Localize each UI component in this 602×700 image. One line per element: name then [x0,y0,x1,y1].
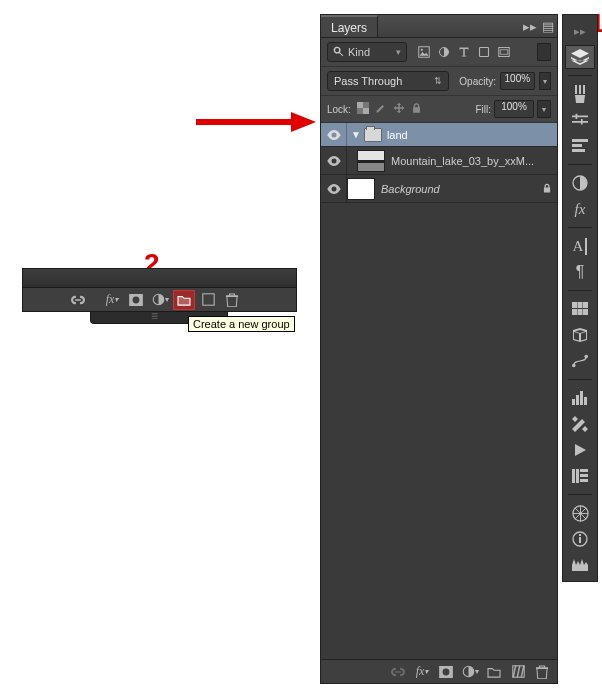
filter-kind-select[interactable]: Kind ▾ [327,42,407,62]
new-layer-icon[interactable] [197,290,219,310]
chevron-updown-icon: ⇅ [434,76,442,86]
adjustment-layer-icon[interactable]: ▾ [459,662,481,682]
layer-thumbnail[interactable] [347,178,375,200]
layer-fx-icon[interactable]: fx▾ [101,290,123,310]
paragraph-panel-icon[interactable]: ¶ [565,260,595,284]
layers-panel-header: Layers ▸▸ ▤ [321,15,557,38]
folder-icon [364,128,382,142]
svg-rect-34 [580,474,588,477]
brushes-panel-icon[interactable] [565,82,595,106]
adjustment-layer-icon[interactable]: ▾ [149,290,171,310]
svg-rect-17 [572,149,585,152]
blend-mode-row: Pass Through ⇅ Opacity: 100% ▾ [321,67,557,96]
svg-rect-7 [500,50,508,55]
svg-rect-16 [572,144,582,147]
opacity-label: Opacity: [459,76,496,87]
chevron-down-icon: ▾ [396,47,401,57]
delete-layer-icon[interactable] [221,290,243,310]
svg-point-3 [421,49,423,51]
delete-layer-icon[interactable] [531,662,553,682]
fill-field[interactable]: 100% [494,100,534,118]
timeline-panel-icon[interactable] [565,464,595,488]
opacity-field[interactable]: 100% [500,72,535,90]
svg-rect-39 [579,537,581,543]
layer-list: ▼ land Mountain_lake_03_by_xxM... Backgr… [321,123,557,659]
svg-rect-20 [578,302,583,308]
layer-background[interactable]: Background [321,175,557,203]
tooltip-new-group: Create a new group [188,316,295,332]
svg-rect-10 [363,108,369,114]
collapse-icon[interactable]: ▸▸ [521,15,539,37]
layers-panel-footer: fx▾ ▾ [321,659,557,683]
new-layer-icon[interactable] [507,662,529,682]
fill-stepper[interactable]: ▾ [537,100,551,118]
adjustments-panel-icon[interactable] [565,108,595,132]
search-icon [333,46,344,59]
play-panel-icon[interactable] [565,438,595,462]
layers-panel: Layers ▸▸ ▤ Kind ▾ Pass Through ⇅ [320,14,558,684]
layer-fx-icon[interactable]: fx▾ [411,662,433,682]
link-layers-icon[interactable] [67,290,89,310]
swatches-panel-icon[interactable] [565,297,595,321]
filter-pixel-icon[interactable] [415,43,433,61]
svg-rect-30 [584,397,587,405]
histogram-panel-icon[interactable] [565,386,595,410]
layer-mask-icon[interactable] [435,662,457,682]
filter-smart-icon[interactable] [495,43,513,61]
disclosure-triangle-icon[interactable]: ▼ [351,129,361,140]
svg-rect-15 [572,139,588,142]
svg-rect-9 [357,102,363,108]
lock-label: Lock: [327,104,351,115]
3d-panel-icon[interactable] [565,323,595,347]
layer-mountain[interactable]: Mountain_lake_03_by_xxM... [321,147,557,175]
svg-marker-1 [291,112,316,132]
navigator-panel-icon[interactable] [565,501,595,525]
filter-type-icon[interactable] [455,43,473,61]
svg-rect-38 [579,534,581,536]
blend-mode-value: Pass Through [334,75,402,87]
visibility-toggle[interactable] [321,123,347,146]
layer-name[interactable]: Background [381,183,537,195]
link-layers-icon[interactable] [387,662,409,682]
panel-menu-icon[interactable]: ▤ [539,15,557,37]
layer-filter-row: Kind ▾ [321,38,557,67]
info-panel-icon[interactable] [565,527,595,551]
layer-mask-icon[interactable] [125,290,147,310]
filter-shape-icon[interactable] [475,43,493,61]
fill-label: Fill: [475,104,491,115]
new-group-icon[interactable] [173,290,195,310]
svg-rect-32 [576,469,579,483]
annotation-arrow [196,112,316,132]
filter-kind-label: Kind [348,46,370,58]
visibility-toggle[interactable] [321,147,347,174]
paths-panel-icon[interactable] [565,349,595,373]
blend-mode-select[interactable]: Pass Through ⇅ [327,71,449,91]
lock-all-icon[interactable] [411,102,422,116]
layer-thumbnail[interactable] [357,150,385,172]
new-group-icon[interactable] [483,662,505,682]
svg-rect-31 [572,469,575,483]
layer-name[interactable]: Mountain_lake_03_by_xxM... [391,155,557,167]
tools-panel-icon[interactable] [565,412,595,436]
opacity-stepper[interactable]: ▾ [539,72,551,90]
lock-pixels-icon[interactable] [375,102,387,116]
svg-rect-5 [480,48,489,57]
visibility-toggle[interactable] [321,175,347,202]
properties-panel-icon[interactable] [565,553,595,577]
filter-adjust-icon[interactable] [435,43,453,61]
svg-rect-29 [580,391,583,405]
align-panel-icon[interactable] [565,134,595,158]
layer-group-land[interactable]: ▼ land [321,123,557,147]
layers-panel-icon[interactable] [565,45,595,69]
layer-name[interactable]: land [387,129,557,141]
collapse-strip-icon[interactable]: ▸▸ [565,19,595,43]
contrast-panel-icon[interactable] [565,171,595,195]
filter-toggle[interactable] [537,43,551,61]
fx-panel-icon[interactable]: fx [565,197,595,221]
layers-tab[interactable]: Layers [321,15,378,37]
lock-transparent-icon[interactable] [357,102,369,116]
lock-position-icon[interactable] [393,102,405,116]
svg-point-12 [443,668,450,675]
character-panel-icon[interactable]: A [565,234,595,258]
right-tool-strip: ▸▸ fx A ¶ [562,14,598,582]
